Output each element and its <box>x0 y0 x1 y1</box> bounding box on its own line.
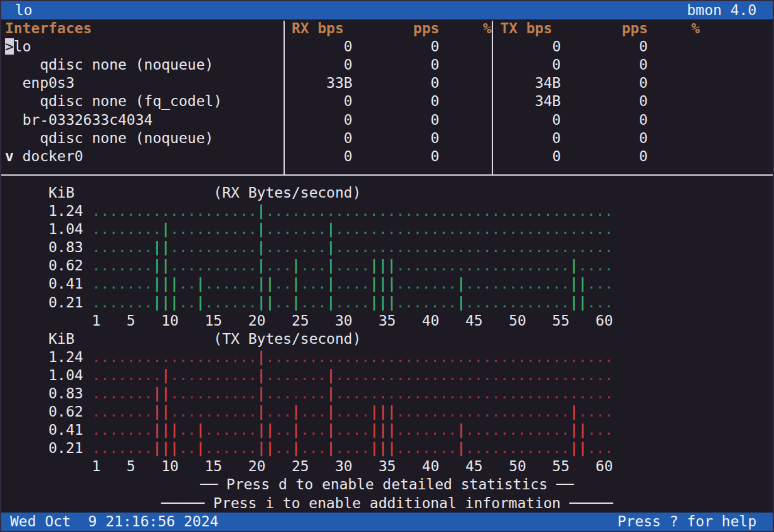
rx-graph-row-1.04: 1.04 ........|..........|.......|.......… <box>1 220 773 238</box>
tx-graph-row-0.21: 0.21 .......|||..|......||..|...|....|||… <box>1 439 773 457</box>
tx-graph-row-0.83: 0.83 .......||..........|.......|.......… <box>1 385 773 403</box>
statusbar-help: Press ? for help <box>617 513 756 531</box>
titlebar-app-version: bmon 4.0 <box>687 1 756 19</box>
interface-row-br-0332633c4034[interactable]: br-0332633c4034 0 0 0 0 <box>1 111 773 129</box>
bmon-terminal: lo bmon 4.0 Interfaces RX bps pps % TX b… <box>0 0 774 532</box>
tx-graph-row-0.62: 0.62 .......||..........|...|...|....|||… <box>1 403 773 421</box>
rx-graph-x-axis: 1 5 10 15 20 25 30 35 40 45 50 55 60 <box>1 312 773 330</box>
rx-graph-row-1.24: 1.24 ...................|...............… <box>1 202 773 220</box>
interface-table: Interfaces RX bps pps % TX bps pps %>lo … <box>1 19 773 166</box>
hint-additional-info: ───── Press i to enable additional infor… <box>1 494 773 513</box>
interface-row-qdisc-none-noqueue-[interactable]: qdisc none (noqueue) 0 0 0 0 <box>1 129 773 147</box>
tx-graph-title: KiB (TX Bytes/second) <box>1 330 773 348</box>
interface-row-docker0[interactable]: v docker0 0 0 0 0 <box>1 147 773 166</box>
selection-cursor: > <box>5 38 14 55</box>
tx-graph-x-axis: 1 5 10 15 20 25 30 35 40 45 50 55 60 <box>1 457 773 476</box>
tx-graph-row-1.04: 1.04 ........|..........|.......|.......… <box>1 366 773 385</box>
statusbar-datetime: Wed Oct 9 21:16:56 2024 <box>10 513 218 531</box>
titlebar: lo bmon 4.0 <box>1 1 773 19</box>
interface-row-lo[interactable]: >lo 0 0 0 0 <box>1 38 773 56</box>
rx-graph-row-0.62: 0.62 .......||..........|...|...|....|||… <box>1 257 773 275</box>
titlebar-selected-interface: lo <box>15 1 33 19</box>
tx-graph: KiB (TX Bytes/second) 1.24 .............… <box>1 330 773 476</box>
interface-row-enp0s3[interactable]: enp0s3 33B 0 34B 0 <box>1 74 773 92</box>
rx-graph-row-0.21: 0.21 .......|||..|......||..|...|....|||… <box>1 294 773 312</box>
rx-graph-row-0.83: 0.83 .......||..........|.......|.......… <box>1 238 773 257</box>
rx-graph: KiB (RX Bytes/second) 1.24 .............… <box>1 184 773 330</box>
statusbar: Wed Oct 9 21:16:56 2024 Press ? for help <box>1 513 773 531</box>
tx-graph-row-0.41: 0.41 .......|||..|......||..|...|....|||… <box>1 421 773 439</box>
tx-graph-row-1.24: 1.24 ...................|...............… <box>1 348 773 366</box>
interface-row-qdisc-none-noqueue-[interactable]: qdisc none (noqueue) 0 0 0 0 <box>1 56 773 74</box>
hint-detailed-stats: ── Press d to enable detailed statistics… <box>1 476 773 494</box>
table-column-separator-rx <box>284 21 285 174</box>
table-graph-separator <box>1 174 773 176</box>
interface-row-qdisc-none-fq-codel-[interactable]: qdisc none (fq_codel) 0 0 34B 0 <box>1 92 773 110</box>
rx-graph-title: KiB (RX Bytes/second) <box>1 184 773 202</box>
table-column-separator-tx <box>492 21 493 174</box>
rx-graph-row-0.41: 0.41 .......|||..|......||..|...|....|||… <box>1 275 773 293</box>
table-header-row: Interfaces RX bps pps % TX bps pps % <box>1 19 773 38</box>
